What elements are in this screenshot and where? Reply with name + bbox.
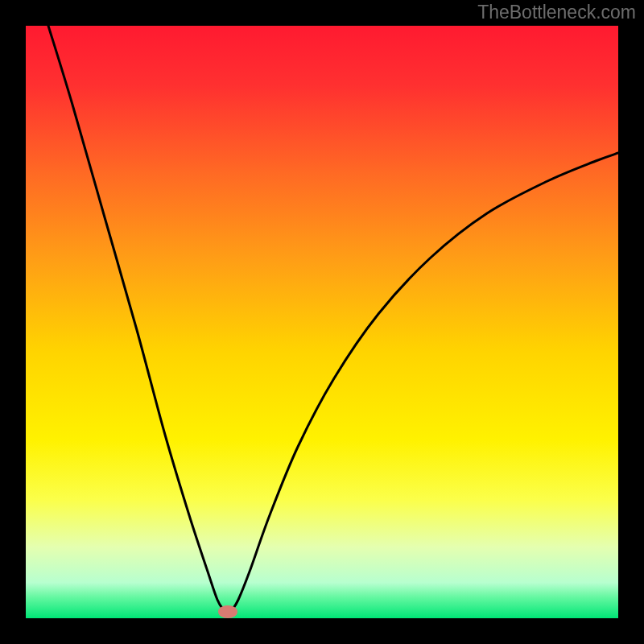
optimal-marker bbox=[218, 605, 237, 618]
bottleneck-chart bbox=[0, 0, 644, 644]
gradient-background bbox=[26, 26, 618, 618]
chart-frame: TheBottleneck.com bbox=[0, 0, 644, 644]
watermark-text: TheBottleneck.com bbox=[477, 2, 636, 23]
